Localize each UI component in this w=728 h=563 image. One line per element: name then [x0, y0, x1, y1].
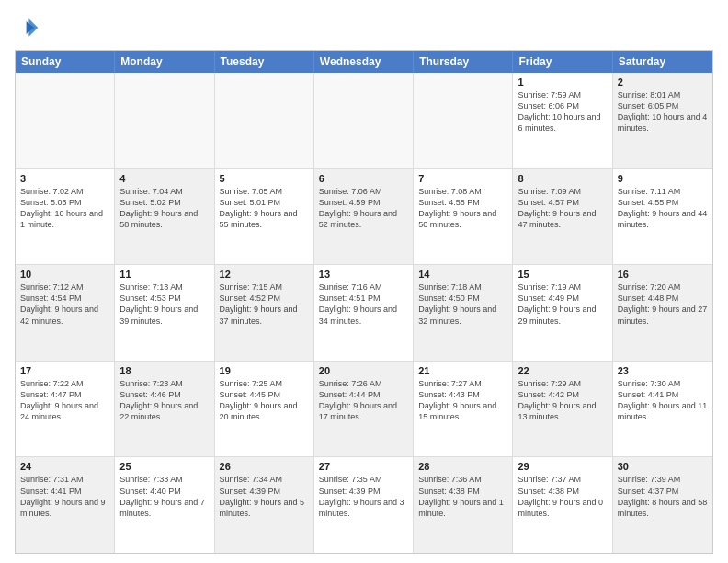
day-number: 7: [418, 173, 507, 184]
empty-cell-0-2: [215, 73, 314, 168]
day-info: Sunrise: 7:37 AM Sunset: 4:38 PM Dayligh…: [518, 474, 607, 519]
day-cell-18: 18Sunrise: 7:23 AM Sunset: 4:46 PM Dayli…: [115, 362, 214, 457]
day-cell-26: 26Sunrise: 7:34 AM Sunset: 4:39 PM Dayli…: [215, 457, 314, 553]
header-day-friday: Friday: [513, 51, 612, 73]
header-day-tuesday: Tuesday: [215, 51, 314, 73]
day-number: 14: [418, 269, 507, 280]
day-cell-30: 30Sunrise: 7:39 AM Sunset: 4:37 PM Dayli…: [613, 457, 712, 553]
day-info: Sunrise: 7:20 AM Sunset: 4:48 PM Dayligh…: [618, 282, 708, 327]
day-info: Sunrise: 7:12 AM Sunset: 4:54 PM Dayligh…: [20, 282, 109, 327]
day-number: 3: [20, 173, 109, 184]
day-cell-9: 9Sunrise: 7:11 AM Sunset: 4:55 PM Daylig…: [613, 169, 712, 265]
calendar: SundayMondayTuesdayWednesdayThursdayFrid…: [15, 50, 713, 554]
day-info: Sunrise: 7:11 AM Sunset: 4:55 PM Dayligh…: [618, 186, 708, 231]
day-cell-15: 15Sunrise: 7:19 AM Sunset: 4:49 PM Dayli…: [513, 265, 612, 361]
day-info: Sunrise: 7:27 AM Sunset: 4:43 PM Dayligh…: [418, 378, 507, 423]
day-info: Sunrise: 7:19 AM Sunset: 4:49 PM Dayligh…: [518, 282, 607, 327]
day-cell-22: 22Sunrise: 7:29 AM Sunset: 4:42 PM Dayli…: [513, 362, 612, 457]
day-number: 26: [220, 461, 309, 472]
empty-cell-0-0: [16, 73, 115, 168]
day-info: Sunrise: 7:06 AM Sunset: 4:59 PM Dayligh…: [319, 186, 408, 231]
day-info: Sunrise: 7:30 AM Sunset: 4:41 PM Dayligh…: [618, 378, 708, 423]
day-info: Sunrise: 7:29 AM Sunset: 4:42 PM Dayligh…: [518, 378, 607, 423]
day-info: Sunrise: 7:05 AM Sunset: 5:01 PM Dayligh…: [220, 186, 309, 231]
day-cell-29: 29Sunrise: 7:37 AM Sunset: 4:38 PM Dayli…: [513, 457, 612, 553]
day-info: Sunrise: 7:04 AM Sunset: 5:02 PM Dayligh…: [119, 186, 209, 231]
empty-cell-0-3: [314, 73, 414, 168]
day-cell-12: 12Sunrise: 7:15 AM Sunset: 4:52 PM Dayli…: [215, 265, 314, 361]
day-cell-16: 16Sunrise: 7:20 AM Sunset: 4:48 PM Dayli…: [613, 265, 712, 361]
header-day-monday: Monday: [115, 51, 214, 73]
day-number: 8: [518, 173, 607, 184]
header-day-wednesday: Wednesday: [314, 51, 414, 73]
day-number: 15: [518, 269, 607, 280]
day-number: 19: [220, 365, 309, 376]
day-info: Sunrise: 7:35 AM Sunset: 4:39 PM Dayligh…: [319, 474, 408, 519]
day-info: Sunrise: 7:23 AM Sunset: 4:46 PM Dayligh…: [119, 378, 209, 423]
calendar-row-4: 24Sunrise: 7:31 AM Sunset: 4:41 PM Dayli…: [16, 457, 712, 553]
logo: [15, 15, 44, 40]
day-info: Sunrise: 7:33 AM Sunset: 4:40 PM Dayligh…: [119, 474, 209, 519]
day-info: Sunrise: 7:26 AM Sunset: 4:44 PM Dayligh…: [319, 378, 408, 423]
day-info: Sunrise: 7:22 AM Sunset: 4:47 PM Dayligh…: [20, 378, 109, 423]
day-number: 27: [319, 461, 408, 472]
page: SundayMondayTuesdayWednesdayThursdayFrid…: [0, 0, 728, 563]
calendar-header: SundayMondayTuesdayWednesdayThursdayFrid…: [16, 51, 712, 73]
day-cell-20: 20Sunrise: 7:26 AM Sunset: 4:44 PM Dayli…: [314, 362, 414, 457]
day-info: Sunrise: 7:18 AM Sunset: 4:50 PM Dayligh…: [418, 282, 507, 327]
day-info: Sunrise: 7:13 AM Sunset: 4:53 PM Dayligh…: [119, 282, 209, 327]
day-info: Sunrise: 7:16 AM Sunset: 4:51 PM Dayligh…: [319, 282, 408, 327]
header-day-saturday: Saturday: [613, 51, 712, 73]
day-cell-19: 19Sunrise: 7:25 AM Sunset: 4:45 PM Dayli…: [215, 362, 314, 457]
day-cell-3: 3Sunrise: 7:02 AM Sunset: 5:03 PM Daylig…: [16, 169, 115, 265]
day-info: Sunrise: 7:15 AM Sunset: 4:52 PM Dayligh…: [220, 282, 309, 327]
day-number: 18: [119, 365, 209, 376]
day-number: 17: [20, 365, 109, 376]
day-info: Sunrise: 7:09 AM Sunset: 4:57 PM Dayligh…: [518, 186, 607, 231]
day-cell-10: 10Sunrise: 7:12 AM Sunset: 4:54 PM Dayli…: [16, 265, 115, 361]
day-cell-7: 7Sunrise: 7:08 AM Sunset: 4:58 PM Daylig…: [414, 169, 513, 265]
calendar-row-2: 10Sunrise: 7:12 AM Sunset: 4:54 PM Dayli…: [16, 265, 712, 362]
header-day-thursday: Thursday: [414, 51, 513, 73]
day-info: Sunrise: 7:59 AM Sunset: 6:06 PM Dayligh…: [518, 89, 607, 134]
day-info: Sunrise: 7:08 AM Sunset: 4:58 PM Dayligh…: [418, 186, 507, 231]
day-number: 10: [20, 269, 109, 280]
day-number: 21: [418, 365, 507, 376]
day-number: 2: [618, 76, 708, 87]
day-cell-11: 11Sunrise: 7:13 AM Sunset: 4:53 PM Dayli…: [115, 265, 214, 361]
day-number: 24: [20, 461, 109, 472]
empty-cell-0-1: [115, 73, 214, 168]
day-number: 25: [119, 461, 209, 472]
day-number: 13: [319, 269, 408, 280]
day-info: Sunrise: 8:01 AM Sunset: 6:05 PM Dayligh…: [618, 89, 708, 134]
day-cell-14: 14Sunrise: 7:18 AM Sunset: 4:50 PM Dayli…: [414, 265, 513, 361]
day-number: 5: [220, 173, 309, 184]
day-info: Sunrise: 7:02 AM Sunset: 5:03 PM Dayligh…: [20, 186, 109, 231]
day-cell-5: 5Sunrise: 7:05 AM Sunset: 5:01 PM Daylig…: [215, 169, 314, 265]
empty-cell-0-4: [414, 73, 513, 168]
day-info: Sunrise: 7:34 AM Sunset: 4:39 PM Dayligh…: [220, 474, 309, 519]
day-cell-6: 6Sunrise: 7:06 AM Sunset: 4:59 PM Daylig…: [314, 169, 414, 265]
calendar-row-3: 17Sunrise: 7:22 AM Sunset: 4:47 PM Dayli…: [16, 362, 712, 458]
day-info: Sunrise: 7:39 AM Sunset: 4:37 PM Dayligh…: [618, 474, 708, 519]
day-number: 12: [220, 269, 309, 280]
day-info: Sunrise: 7:31 AM Sunset: 4:41 PM Dayligh…: [20, 474, 109, 519]
day-cell-27: 27Sunrise: 7:35 AM Sunset: 4:39 PM Dayli…: [314, 457, 414, 553]
day-cell-13: 13Sunrise: 7:16 AM Sunset: 4:51 PM Dayli…: [314, 265, 414, 361]
day-number: 22: [518, 365, 607, 376]
day-number: 30: [618, 461, 708, 472]
calendar-body: 1Sunrise: 7:59 AM Sunset: 6:06 PM Daylig…: [16, 73, 712, 553]
day-cell-1: 1Sunrise: 7:59 AM Sunset: 6:06 PM Daylig…: [513, 73, 612, 168]
calendar-row-1: 3Sunrise: 7:02 AM Sunset: 5:03 PM Daylig…: [16, 169, 712, 266]
day-cell-21: 21Sunrise: 7:27 AM Sunset: 4:43 PM Dayli…: [414, 362, 513, 457]
day-cell-4: 4Sunrise: 7:04 AM Sunset: 5:02 PM Daylig…: [115, 169, 214, 265]
day-number: 9: [618, 173, 708, 184]
day-number: 11: [119, 269, 209, 280]
day-info: Sunrise: 7:36 AM Sunset: 4:38 PM Dayligh…: [418, 474, 507, 519]
day-number: 28: [418, 461, 507, 472]
header-day-sunday: Sunday: [16, 51, 115, 73]
logo-icon: [15, 15, 40, 40]
day-number: 23: [618, 365, 708, 376]
day-cell-24: 24Sunrise: 7:31 AM Sunset: 4:41 PM Dayli…: [16, 457, 115, 553]
day-number: 29: [518, 461, 607, 472]
